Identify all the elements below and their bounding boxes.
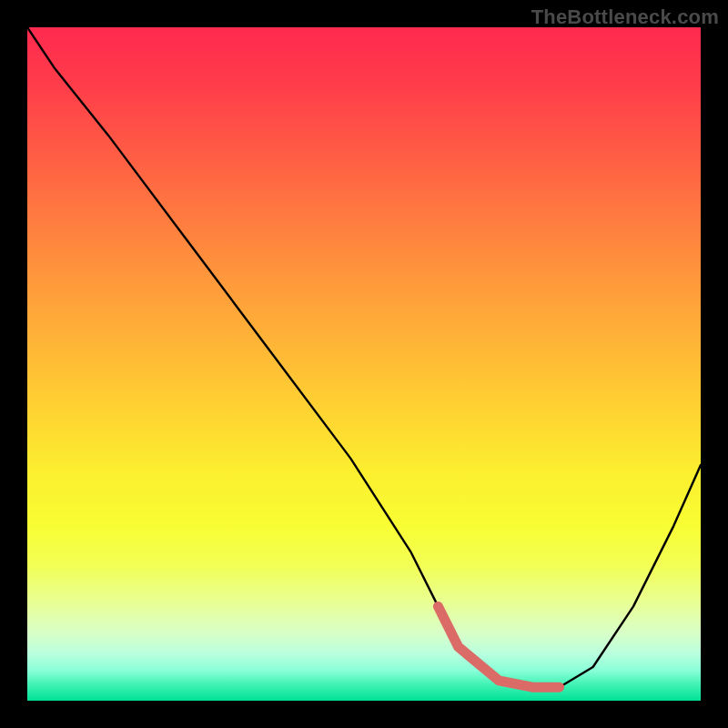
chart-frame: TheBottleneck.com: [0, 0, 728, 728]
chart-svg: [27, 27, 701, 701]
plot-area: [27, 27, 701, 701]
valley-highlight: [438, 606, 559, 687]
watermark-text: TheBottleneck.com: [531, 5, 719, 29]
bottleneck-curve: [27, 27, 701, 687]
